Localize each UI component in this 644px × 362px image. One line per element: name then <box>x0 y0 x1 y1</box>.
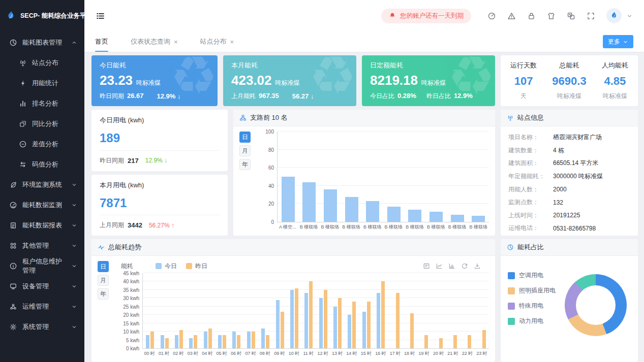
bar-group[interactable] <box>425 131 447 222</box>
close-tab-icon[interactable]: × <box>174 39 178 45</box>
panel-title: 站点信息 <box>517 113 544 122</box>
bar-group[interactable] <box>272 273 287 348</box>
sidebar-subitem-site-distribution[interactable]: 站点分布 <box>0 53 84 73</box>
stat-card-sub-value: 26.67 <box>127 92 144 100</box>
sidebar-subitem-diff-analysis[interactable]: 差值分析 <box>0 134 84 154</box>
branch-rank-panel: 支路前 10 名 日月年 020406080100A 楼空...B 楼联络B 楼… <box>233 110 495 236</box>
summary-col: 运行天数107天 <box>510 61 537 101</box>
pie-legend-item[interactable]: 特殊用电 <box>508 302 556 310</box>
sidebar-item-tenant-info-mgmt[interactable]: 租户信息维护管理 <box>0 256 84 276</box>
pie-legend-item[interactable]: 动力用电 <box>508 317 556 325</box>
data-view-icon[interactable] <box>423 262 430 270</box>
legend-item[interactable]: 今日 <box>156 262 177 271</box>
bar-group[interactable] <box>316 273 330 348</box>
close-tab-icon[interactable]: × <box>230 39 234 45</box>
account-expiry-alert[interactable]: 您的账户还有一天到期 <box>381 9 471 23</box>
bar-group[interactable] <box>432 273 446 348</box>
bar-group[interactable] <box>403 273 417 348</box>
x-tick-label: 14 时 <box>345 350 359 357</box>
toggle-日[interactable]: 日 <box>98 261 109 272</box>
bar-group[interactable] <box>468 131 489 222</box>
bar-group[interactable] <box>345 273 359 348</box>
bar-group[interactable] <box>143 273 157 348</box>
pie-legend-item[interactable]: 照明插座用电 <box>508 286 556 295</box>
bar-group[interactable] <box>359 273 374 348</box>
collapse-menu-icon[interactable] <box>96 11 105 21</box>
bar-group[interactable] <box>278 131 299 222</box>
more-button[interactable]: 更多 <box>603 35 633 48</box>
site-info-row: 上线时间：20191225 <box>508 209 630 222</box>
sidebar-subitem-code-analysis[interactable]: 码值分析 <box>0 154 84 175</box>
bar-group[interactable] <box>330 273 345 348</box>
bar-group[interactable] <box>362 131 383 222</box>
avatar[interactable] <box>606 8 622 23</box>
refresh-icon[interactable] <box>461 262 468 270</box>
sidebar-item-system-mgmt[interactable]: 系统管理 <box>0 317 84 337</box>
legend-swatch <box>508 287 515 294</box>
bar-group[interactable] <box>301 273 316 348</box>
stat-card-sub-value: 0.28% <box>397 92 416 100</box>
chevron-down-icon[interactable] <box>626 13 633 19</box>
x-axis-labels: 00 时01 时02 时03 时04 时05 时06 时07 时08 时09 时… <box>142 349 489 358</box>
sidebar-subitem-rank-analysis[interactable]: 排名分析 <box>0 93 84 114</box>
bar-group[interactable] <box>341 131 362 222</box>
x-tick-label: 20 时 <box>431 350 445 357</box>
bar-group[interactable] <box>446 273 460 348</box>
legend-item[interactable]: 昨日 <box>186 262 207 271</box>
sidebar-item-energy-report[interactable]: 能耗数据报表 <box>0 215 84 236</box>
bar-group[interactable] <box>447 131 468 222</box>
bar-group[interactable] <box>201 273 215 348</box>
sidebar-item-energy-chart-mgmt[interactable]: 能耗图表管理 <box>0 32 84 53</box>
bar-group[interactable] <box>460 273 474 348</box>
bar-group[interactable] <box>417 273 431 348</box>
bar-group[interactable] <box>383 131 405 222</box>
bar-group[interactable] <box>172 273 186 348</box>
bar-group[interactable] <box>157 273 171 348</box>
toggle-月[interactable]: 月 <box>239 145 251 156</box>
bar-group[interactable] <box>229 273 243 348</box>
flame-logo-icon <box>5 10 17 22</box>
sidebar-item-ops-mgmt[interactable]: 运维管理 <box>0 297 84 317</box>
toggle-日[interactable]: 日 <box>239 131 251 143</box>
ops-icon <box>9 303 17 311</box>
bar-group[interactable] <box>374 273 388 348</box>
bar-group[interactable] <box>215 273 229 348</box>
language-icon[interactable] <box>567 12 575 20</box>
fullscreen-icon[interactable] <box>587 12 595 20</box>
sidebar-item-energy-data-monitor[interactable]: 能耗数据监测 <box>0 195 84 215</box>
bar-group[interactable] <box>475 273 489 348</box>
bar-group[interactable] <box>186 273 200 348</box>
download-icon[interactable] <box>474 262 481 270</box>
lock-icon[interactable] <box>527 12 536 20</box>
bar-group[interactable] <box>258 273 272 348</box>
middle-row: 今日用电 (kwh)189昨日同期21712.9% ↓本月用电 (kwh)787… <box>91 110 638 236</box>
bar-group[interactable] <box>299 131 320 222</box>
sidebar-item-device-mgmt[interactable]: 设备管理 <box>0 276 84 297</box>
tab-meter-status[interactable]: 仪表状态查询× <box>131 31 178 52</box>
toggle-年[interactable]: 年 <box>98 288 109 300</box>
stat-card-unit: 吨标准煤 <box>421 79 446 86</box>
bar-group[interactable] <box>287 273 301 348</box>
tab-home[interactable]: 首页 <box>95 31 108 52</box>
bar <box>165 338 169 348</box>
bar-group[interactable] <box>405 131 426 222</box>
bar-group[interactable] <box>320 131 341 222</box>
sidebar-subitem-energy-stats[interactable]: 用能统计 <box>0 73 84 93</box>
line-chart-icon[interactable] <box>436 262 443 270</box>
bar-group[interactable] <box>244 273 258 348</box>
toggle-月[interactable]: 月 <box>98 275 109 286</box>
toggle-年[interactable]: 年 <box>239 159 251 170</box>
pie-legend-item[interactable]: 空调用电 <box>508 271 556 280</box>
sidebar-item-env-monitor[interactable]: 环境监测系统 <box>0 175 84 195</box>
warning-icon[interactable] <box>507 12 516 20</box>
bar-chart-icon[interactable] <box>448 262 455 270</box>
sidebar-subitem-yoy-analysis[interactable]: 同比分析 <box>0 114 84 134</box>
site-info-label: 年定额能耗： <box>508 172 553 181</box>
stat-card-value: 423.02 <box>231 73 272 88</box>
sidebar-item-other-mgmt[interactable]: 其他管理 <box>0 236 84 256</box>
dashboard-icon[interactable] <box>487 12 496 20</box>
y-tick-label: 45 kwh <box>123 271 139 276</box>
theme-icon[interactable] <box>547 12 556 20</box>
bar-group[interactable] <box>388 273 402 348</box>
tab-site-distribution[interactable]: 站点分布× <box>200 31 234 52</box>
